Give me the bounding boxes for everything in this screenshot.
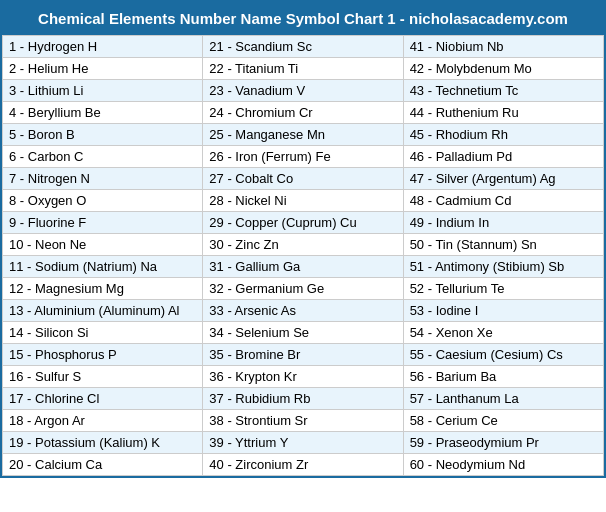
element-cell-col2: 31 - Gallium Ga	[203, 256, 403, 278]
element-cell-col2: 21 - Scandium Sc	[203, 36, 403, 58]
element-cell-col1: 20 - Calcium Ca	[3, 454, 203, 476]
element-cell-col2: 32 - Germanium Ge	[203, 278, 403, 300]
element-cell-col2: 39 - Yttrium Y	[203, 432, 403, 454]
element-cell-col1: 16 - Sulfur S	[3, 366, 203, 388]
element-cell-col3: 44 - Ruthenium Ru	[403, 102, 603, 124]
element-cell-col3: 51 - Antimony (Stibium) Sb	[403, 256, 603, 278]
element-cell-col3: 42 - Molybdenum Mo	[403, 58, 603, 80]
element-cell-col3: 57 - Lanthanum La	[403, 388, 603, 410]
element-cell-col3: 45 - Rhodium Rh	[403, 124, 603, 146]
table-row: 13 - Aluminium (Aluminum) Al33 - Arsenic…	[3, 300, 604, 322]
element-cell-col3: 60 - Neodymium Nd	[403, 454, 603, 476]
element-cell-col3: 48 - Cadmium Cd	[403, 190, 603, 212]
table-row: 15 - Phosphorus P35 - Bromine Br55 - Cae…	[3, 344, 604, 366]
table-row: 2 - Helium He22 - Titanium Ti42 - Molybd…	[3, 58, 604, 80]
table-row: 20 - Calcium Ca40 - Zirconium Zr60 - Neo…	[3, 454, 604, 476]
element-cell-col2: 23 - Vanadium V	[203, 80, 403, 102]
element-cell-col2: 35 - Bromine Br	[203, 344, 403, 366]
element-cell-col2: 38 - Strontium Sr	[203, 410, 403, 432]
element-cell-col1: 1 - Hydrogen H	[3, 36, 203, 58]
element-cell-col2: 30 - Zinc Zn	[203, 234, 403, 256]
element-cell-col1: 7 - Nitrogen N	[3, 168, 203, 190]
element-cell-col3: 50 - Tin (Stannum) Sn	[403, 234, 603, 256]
element-cell-col2: 22 - Titanium Ti	[203, 58, 403, 80]
element-cell-col1: 2 - Helium He	[3, 58, 203, 80]
element-cell-col1: 15 - Phosphorus P	[3, 344, 203, 366]
element-cell-col2: 40 - Zirconium Zr	[203, 454, 403, 476]
element-cell-col1: 9 - Fluorine F	[3, 212, 203, 234]
element-cell-col3: 41 - Niobium Nb	[403, 36, 603, 58]
table-row: 14 - Silicon Si34 - Selenium Se54 - Xeno…	[3, 322, 604, 344]
element-cell-col2: 34 - Selenium Se	[203, 322, 403, 344]
table-row: 8 - Oxygen O28 - Nickel Ni48 - Cadmium C…	[3, 190, 604, 212]
element-cell-col2: 26 - Iron (Ferrum) Fe	[203, 146, 403, 168]
elements-table: 1 - Hydrogen H21 - Scandium Sc41 - Niobi…	[2, 35, 604, 476]
element-cell-col1: 18 - Argon Ar	[3, 410, 203, 432]
element-cell-col3: 52 - Tellurium Te	[403, 278, 603, 300]
element-cell-col2: 24 - Chromium Cr	[203, 102, 403, 124]
element-cell-col3: 49 - Indium In	[403, 212, 603, 234]
table-row: 1 - Hydrogen H21 - Scandium Sc41 - Niobi…	[3, 36, 604, 58]
element-cell-col1: 19 - Potassium (Kalium) K	[3, 432, 203, 454]
table-row: 12 - Magnesium Mg32 - Germanium Ge52 - T…	[3, 278, 604, 300]
element-cell-col3: 46 - Palladium Pd	[403, 146, 603, 168]
element-cell-col1: 10 - Neon Ne	[3, 234, 203, 256]
element-cell-col1: 14 - Silicon Si	[3, 322, 203, 344]
table-row: 4 - Beryllium Be24 - Chromium Cr44 - Rut…	[3, 102, 604, 124]
element-cell-col2: 28 - Nickel Ni	[203, 190, 403, 212]
element-cell-col1: 3 - Lithium Li	[3, 80, 203, 102]
element-cell-col2: 36 - Krypton Kr	[203, 366, 403, 388]
element-cell-col1: 13 - Aluminium (Aluminum) Al	[3, 300, 203, 322]
element-cell-col2: 29 - Copper (Cuprum) Cu	[203, 212, 403, 234]
element-cell-col3: 55 - Caesium (Cesium) Cs	[403, 344, 603, 366]
table-row: 16 - Sulfur S36 - Krypton Kr56 - Barium …	[3, 366, 604, 388]
table-row: 17 - Chlorine Cl37 - Rubidium Rb57 - Lan…	[3, 388, 604, 410]
table-row: 10 - Neon Ne30 - Zinc Zn50 - Tin (Stannu…	[3, 234, 604, 256]
main-container: Chemical Elements Number Name Symbol Cha…	[0, 0, 606, 478]
element-cell-col2: 37 - Rubidium Rb	[203, 388, 403, 410]
table-row: 7 - Nitrogen N27 - Cobalt Co47 - Silver …	[3, 168, 604, 190]
element-cell-col2: 27 - Cobalt Co	[203, 168, 403, 190]
table-row: 11 - Sodium (Natrium) Na31 - Gallium Ga5…	[3, 256, 604, 278]
element-cell-col3: 59 - Praseodymium Pr	[403, 432, 603, 454]
element-cell-col1: 4 - Beryllium Be	[3, 102, 203, 124]
element-cell-col1: 11 - Sodium (Natrium) Na	[3, 256, 203, 278]
element-cell-col2: 25 - Manganese Mn	[203, 124, 403, 146]
element-cell-col1: 12 - Magnesium Mg	[3, 278, 203, 300]
table-row: 6 - Carbon C26 - Iron (Ferrum) Fe46 - Pa…	[3, 146, 604, 168]
element-cell-col3: 54 - Xenon Xe	[403, 322, 603, 344]
table-row: 3 - Lithium Li23 - Vanadium V43 - Techne…	[3, 80, 604, 102]
element-cell-col3: 58 - Cerium Ce	[403, 410, 603, 432]
element-cell-col2: 33 - Arsenic As	[203, 300, 403, 322]
table-row: 19 - Potassium (Kalium) K39 - Yttrium Y5…	[3, 432, 604, 454]
table-row: 5 - Boron B25 - Manganese Mn45 - Rhodium…	[3, 124, 604, 146]
element-cell-col1: 6 - Carbon C	[3, 146, 203, 168]
element-cell-col3: 47 - Silver (Argentum) Ag	[403, 168, 603, 190]
table-row: 9 - Fluorine F29 - Copper (Cuprum) Cu49 …	[3, 212, 604, 234]
page-title: Chemical Elements Number Name Symbol Cha…	[2, 2, 604, 35]
element-cell-col1: 5 - Boron B	[3, 124, 203, 146]
element-cell-col1: 8 - Oxygen O	[3, 190, 203, 212]
table-row: 18 - Argon Ar38 - Strontium Sr58 - Ceriu…	[3, 410, 604, 432]
element-cell-col1: 17 - Chlorine Cl	[3, 388, 203, 410]
element-cell-col3: 53 - Iodine I	[403, 300, 603, 322]
element-cell-col3: 56 - Barium Ba	[403, 366, 603, 388]
element-cell-col3: 43 - Technetium Tc	[403, 80, 603, 102]
